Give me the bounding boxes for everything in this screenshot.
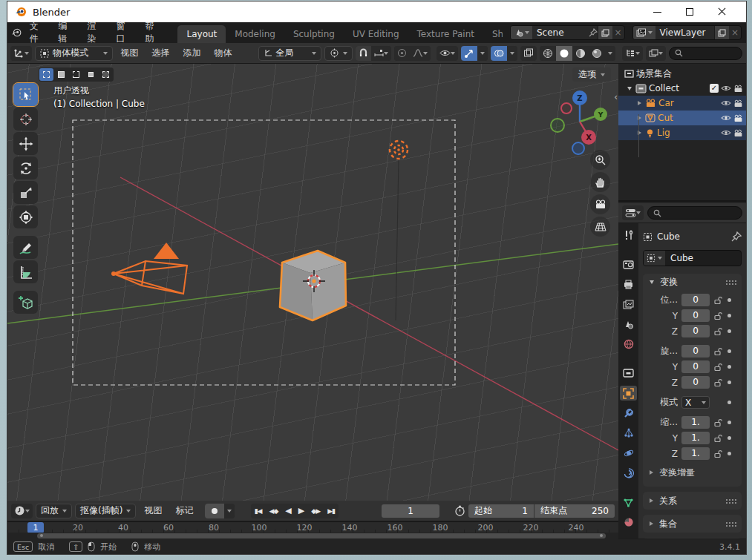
timeline-ruler[interactable]: 20 40 60 80 100 120 140 160 180 200 220 …	[7, 521, 618, 533]
current-frame-marker[interactable]: 1	[27, 522, 44, 533]
end-frame-field[interactable]: 结束点250	[534, 504, 615, 518]
collections-panel[interactable]: 集合	[643, 515, 742, 533]
timeline-editor-type-button[interactable]	[11, 504, 33, 518]
stopwatch-icon[interactable]	[454, 505, 465, 516]
tool-move[interactable]	[13, 132, 38, 155]
timeline-scrollbar[interactable]	[7, 533, 618, 539]
jump-to-end-button[interactable]: ▶▮	[324, 504, 339, 518]
tab-constraints[interactable]	[620, 466, 637, 481]
scene-name[interactable]: Scene	[532, 27, 589, 38]
scale-x-field[interactable]: 1.	[681, 416, 710, 429]
orientation-dropdown[interactable]: 全局	[258, 46, 321, 61]
eye-icon[interactable]	[721, 129, 731, 136]
properties-search-input[interactable]	[647, 206, 742, 220]
tool-rotate[interactable]	[13, 157, 38, 179]
visibility-dropdown[interactable]	[437, 46, 458, 61]
overlays-dropdown[interactable]	[507, 46, 517, 61]
tab-object[interactable]	[620, 386, 637, 401]
delta-transform-subpanel[interactable]: 变换增量	[647, 464, 738, 481]
eye-icon[interactable]	[721, 99, 731, 107]
next-keyframe-button[interactable]: ◆▶	[307, 504, 324, 518]
options-button[interactable]: 选项	[572, 67, 611, 82]
grip-icon[interactable]	[725, 498, 736, 504]
lock-open-icon[interactable]	[713, 312, 722, 320]
auto-keying-dropdown[interactable]	[224, 504, 235, 518]
scale-y-field[interactable]: 1.	[681, 432, 710, 444]
eye-icon[interactable]	[721, 114, 731, 122]
viewlayer-new-button[interactable]	[714, 26, 729, 39]
gizmo-axis-y-neg[interactable]	[551, 119, 564, 132]
menu-view[interactable]: 视图	[116, 45, 144, 62]
outliner-search-input[interactable]	[669, 47, 742, 60]
breadcrumb-object-name[interactable]: Cube	[657, 231, 727, 242]
tab-view-layer[interactable]	[620, 297, 637, 312]
menu-timeline-view[interactable]: 视图	[139, 502, 167, 519]
camera-view-button[interactable]	[590, 194, 610, 214]
animate-dot[interactable]	[728, 436, 731, 440]
tool-add-cube[interactable]	[13, 291, 38, 314]
animate-dot[interactable]	[728, 401, 731, 404]
relations-panel[interactable]: 关系	[643, 492, 742, 510]
shading-material-button[interactable]	[572, 46, 589, 61]
scene-browse-button[interactable]	[511, 26, 532, 39]
tab-tool[interactable]	[620, 228, 637, 243]
tab-render[interactable]	[620, 257, 637, 271]
zoom-button[interactable]	[590, 150, 610, 170]
pin-icon[interactable]	[589, 28, 598, 37]
tool-select-box[interactable]	[13, 83, 38, 106]
tab-object-data[interactable]	[620, 495, 637, 510]
jump-to-start-button[interactable]: ▮◀	[251, 504, 266, 518]
viewport-3d[interactable]: Z Y X 用户透视 (1) Collection | Cube	[7, 64, 618, 501]
animate-dot[interactable]	[728, 314, 731, 317]
tab-particles[interactable]	[620, 426, 637, 441]
lock-open-icon[interactable]	[713, 449, 722, 458]
gizmo-axis-z-neg[interactable]	[572, 142, 584, 154]
lock-open-icon[interactable]	[713, 363, 722, 372]
object-name-field[interactable]: Cube	[643, 250, 742, 266]
lock-open-icon[interactable]	[713, 296, 722, 305]
scrollbar-handle-right[interactable]	[600, 534, 603, 537]
gizmos-toggle[interactable]	[461, 46, 477, 61]
navigation-gizmo[interactable]: Z Y X	[551, 90, 607, 154]
overlays-toggle[interactable]	[491, 46, 507, 61]
expand-icon[interactable]	[638, 101, 641, 105]
outliner-row-scene-collection[interactable]: 场景集合	[618, 66, 746, 81]
tab-material[interactable]	[620, 515, 637, 530]
select-mode-subtract[interactable]	[69, 68, 83, 81]
maximize-button[interactable]	[673, 1, 706, 22]
location-y-field[interactable]: 0	[681, 309, 710, 322]
rotation-mode-dropdown[interactable]: X	[681, 396, 710, 409]
gizmos-dropdown[interactable]	[477, 46, 488, 61]
current-frame-field[interactable]: 1	[382, 504, 439, 518]
lock-open-icon[interactable]	[713, 347, 722, 356]
animate-dot[interactable]	[728, 349, 731, 353]
tab-texture-paint[interactable]: Texture Paint	[408, 25, 483, 43]
pivot-dropdown[interactable]	[324, 46, 353, 61]
snap-settings-button[interactable]	[371, 46, 391, 61]
shading-dropdown[interactable]	[605, 46, 615, 61]
animate-dot[interactable]	[728, 421, 731, 424]
keying-dropdown[interactable]: 抠像(插帧)	[75, 504, 136, 518]
instancing-panel[interactable]: 实例化	[643, 538, 742, 538]
close-button[interactable]	[706, 1, 739, 22]
shading-rendered-button[interactable]	[589, 46, 605, 61]
proportional-edit-button[interactable]	[394, 46, 410, 61]
rotation-x-field[interactable]: 0	[681, 345, 710, 358]
editor-type-button[interactable]	[10, 46, 32, 61]
tab-uv-editing[interactable]: UV Editing	[344, 25, 408, 43]
snap-toggle-button[interactable]	[356, 46, 371, 61]
sidebar-collapse-arrow[interactable]: ‹	[614, 92, 618, 102]
minimize-button[interactable]	[641, 1, 673, 22]
scale-z-field[interactable]: 1.	[681, 447, 710, 460]
render-camera-icon[interactable]	[733, 99, 743, 108]
outliner-row-cube[interactable]: Cut	[618, 111, 746, 125]
tab-output[interactable]	[620, 277, 637, 291]
tab-sculpting[interactable]: Sculpting	[284, 25, 344, 43]
outliner-filter-button[interactable]	[646, 46, 666, 61]
collection-checkbox[interactable]	[710, 84, 719, 93]
grip-icon[interactable]	[725, 521, 736, 527]
animate-dot[interactable]	[728, 298, 731, 302]
tool-transform[interactable]	[13, 205, 38, 228]
tool-annotate[interactable]	[13, 236, 38, 259]
select-mode-intersect[interactable]	[99, 68, 113, 81]
